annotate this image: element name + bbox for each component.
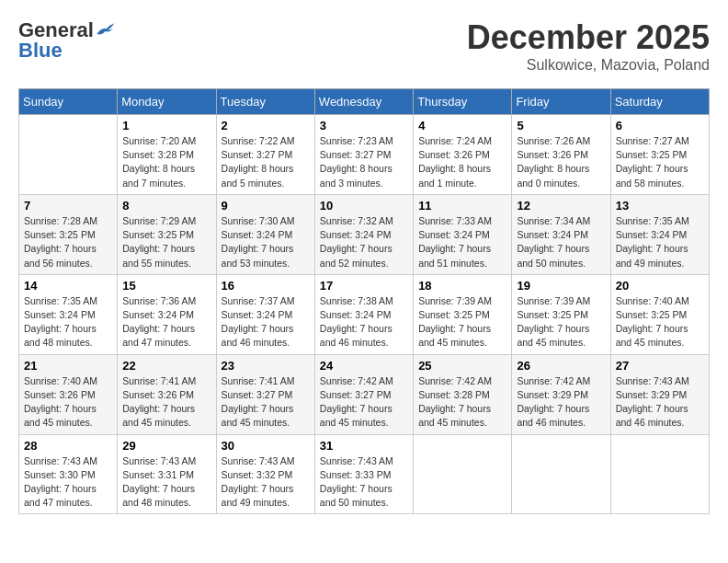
day-number: 24	[320, 359, 408, 373]
calendar-week-row: 14Sunrise: 7:35 AMSunset: 3:24 PMDayligh…	[19, 274, 710, 354]
day-number: 4	[418, 119, 506, 132]
day-number: 16	[222, 279, 310, 293]
page-header: General Blue December 2025 Sulkowice, Ma…	[18, 18, 710, 74]
calendar-cell: 28Sunrise: 7:43 AMSunset: 3:30 PMDayligh…	[19, 434, 118, 514]
calendar-cell: 17Sunrise: 7:38 AMSunset: 3:24 PMDayligh…	[314, 274, 413, 354]
day-number: 23	[222, 359, 310, 373]
calendar-week-row: 21Sunrise: 7:40 AMSunset: 3:26 PMDayligh…	[19, 354, 710, 434]
calendar-cell: 22Sunrise: 7:41 AMSunset: 3:26 PMDayligh…	[118, 354, 216, 434]
day-info: Sunrise: 7:43 AMSunset: 3:30 PMDaylight:…	[24, 454, 112, 511]
day-info: Sunrise: 7:20 AMSunset: 3:28 PMDaylight:…	[122, 134, 210, 190]
calendar-cell: 13Sunrise: 7:35 AMSunset: 3:24 PMDayligh…	[610, 194, 709, 274]
day-info: Sunrise: 7:30 AMSunset: 3:24 PMDaylight:…	[222, 214, 310, 270]
day-info: Sunrise: 7:26 AMSunset: 3:26 PMDaylight:…	[517, 134, 605, 190]
day-info: Sunrise: 7:38 AMSunset: 3:24 PMDaylight:…	[320, 294, 408, 350]
calendar-cell: 21Sunrise: 7:40 AMSunset: 3:26 PMDayligh…	[19, 354, 118, 434]
calendar-header-row: SundayMondayTuesdayWednesdayThursdayFrid…	[19, 89, 710, 115]
day-info: Sunrise: 7:40 AMSunset: 3:25 PMDaylight:…	[616, 294, 704, 350]
day-info: Sunrise: 7:39 AMSunset: 3:25 PMDaylight:…	[418, 294, 506, 350]
day-number: 29	[122, 439, 210, 453]
logo-bird-icon	[96, 21, 116, 40]
day-number: 27	[616, 359, 704, 373]
calendar-cell: 31Sunrise: 7:43 AMSunset: 3:33 PMDayligh…	[314, 434, 413, 514]
day-info: Sunrise: 7:42 AMSunset: 3:27 PMDaylight:…	[320, 374, 408, 431]
day-number: 11	[418, 199, 506, 213]
calendar-cell: 30Sunrise: 7:43 AMSunset: 3:32 PMDayligh…	[216, 434, 314, 514]
day-info: Sunrise: 7:24 AMSunset: 3:26 PMDaylight:…	[418, 134, 506, 190]
calendar-cell: 12Sunrise: 7:34 AMSunset: 3:24 PMDayligh…	[512, 194, 610, 274]
day-info: Sunrise: 7:33 AMSunset: 3:24 PMDaylight:…	[418, 214, 506, 270]
calendar-cell: 9Sunrise: 7:30 AMSunset: 3:24 PMDaylight…	[216, 194, 314, 274]
calendar-cell: 1Sunrise: 7:20 AMSunset: 3:28 PMDaylight…	[118, 115, 216, 195]
calendar-day-header: Thursday	[414, 89, 512, 115]
day-number: 26	[517, 359, 605, 373]
day-number: 22	[122, 359, 210, 373]
day-info: Sunrise: 7:43 AMSunset: 3:33 PMDaylight:…	[320, 454, 408, 511]
day-info: Sunrise: 7:28 AMSunset: 3:25 PMDaylight:…	[24, 214, 112, 270]
day-number: 14	[24, 279, 112, 293]
day-number: 21	[24, 359, 112, 373]
calendar-day-header: Tuesday	[216, 89, 314, 115]
calendar-cell: 18Sunrise: 7:39 AMSunset: 3:25 PMDayligh…	[414, 274, 512, 354]
day-number: 2	[222, 119, 310, 132]
day-number: 15	[122, 279, 210, 293]
calendar-cell	[19, 115, 118, 195]
day-info: Sunrise: 7:36 AMSunset: 3:24 PMDaylight:…	[122, 294, 210, 350]
calendar-cell: 2Sunrise: 7:22 AMSunset: 3:27 PMDaylight…	[216, 115, 314, 195]
day-number: 18	[418, 279, 506, 293]
day-number: 17	[320, 279, 408, 293]
day-info: Sunrise: 7:42 AMSunset: 3:28 PMDaylight:…	[418, 374, 506, 431]
calendar-cell: 11Sunrise: 7:33 AMSunset: 3:24 PMDayligh…	[414, 194, 512, 274]
calendar-day-header: Friday	[512, 89, 610, 115]
day-info: Sunrise: 7:29 AMSunset: 3:25 PMDaylight:…	[122, 214, 210, 270]
calendar-cell: 8Sunrise: 7:29 AMSunset: 3:25 PMDaylight…	[118, 194, 216, 274]
month-title: December 2025	[467, 18, 710, 57]
location-subtitle: Sulkowice, Mazovia, Poland	[467, 57, 710, 74]
day-info: Sunrise: 7:32 AMSunset: 3:24 PMDaylight:…	[320, 214, 408, 270]
calendar-day-header: Monday	[118, 89, 216, 115]
calendar-cell	[512, 434, 610, 514]
day-number: 5	[517, 119, 605, 132]
calendar-cell: 25Sunrise: 7:42 AMSunset: 3:28 PMDayligh…	[414, 354, 512, 434]
day-number: 13	[616, 199, 704, 213]
day-number: 25	[418, 359, 506, 373]
calendar-week-row: 1Sunrise: 7:20 AMSunset: 3:28 PMDaylight…	[19, 115, 710, 195]
day-info: Sunrise: 7:41 AMSunset: 3:27 PMDaylight:…	[222, 374, 310, 431]
day-number: 6	[616, 119, 704, 132]
day-info: Sunrise: 7:37 AMSunset: 3:24 PMDaylight:…	[222, 294, 310, 350]
calendar-cell: 27Sunrise: 7:43 AMSunset: 3:29 PMDayligh…	[610, 354, 709, 434]
day-number: 30	[222, 439, 310, 453]
day-number: 20	[616, 279, 704, 293]
day-info: Sunrise: 7:43 AMSunset: 3:29 PMDaylight:…	[616, 374, 704, 431]
day-number: 19	[517, 279, 605, 293]
day-info: Sunrise: 7:43 AMSunset: 3:31 PMDaylight:…	[122, 454, 210, 511]
day-number: 7	[24, 199, 112, 213]
calendar-cell: 14Sunrise: 7:35 AMSunset: 3:24 PMDayligh…	[19, 274, 118, 354]
calendar-day-header: Wednesday	[314, 89, 413, 115]
day-number: 31	[320, 439, 408, 453]
day-info: Sunrise: 7:23 AMSunset: 3:27 PMDaylight:…	[320, 134, 408, 190]
day-number: 1	[122, 119, 210, 132]
calendar-cell: 19Sunrise: 7:39 AMSunset: 3:25 PMDayligh…	[512, 274, 610, 354]
day-info: Sunrise: 7:22 AMSunset: 3:27 PMDaylight:…	[222, 134, 310, 190]
day-info: Sunrise: 7:39 AMSunset: 3:25 PMDaylight:…	[517, 294, 605, 350]
day-info: Sunrise: 7:40 AMSunset: 3:26 PMDaylight:…	[24, 374, 112, 431]
day-number: 8	[122, 199, 210, 213]
calendar-cell: 29Sunrise: 7:43 AMSunset: 3:31 PMDayligh…	[118, 434, 216, 514]
calendar-cell: 20Sunrise: 7:40 AMSunset: 3:25 PMDayligh…	[610, 274, 709, 354]
day-info: Sunrise: 7:41 AMSunset: 3:26 PMDaylight:…	[122, 374, 210, 431]
day-info: Sunrise: 7:34 AMSunset: 3:24 PMDaylight:…	[517, 214, 605, 270]
calendar-cell: 5Sunrise: 7:26 AMSunset: 3:26 PMDaylight…	[512, 115, 610, 195]
calendar-day-header: Sunday	[19, 89, 118, 115]
day-info: Sunrise: 7:43 AMSunset: 3:32 PMDaylight:…	[222, 454, 310, 511]
calendar-day-header: Saturday	[610, 89, 709, 115]
calendar-cell: 16Sunrise: 7:37 AMSunset: 3:24 PMDayligh…	[216, 274, 314, 354]
day-number: 10	[320, 199, 408, 213]
calendar-cell: 24Sunrise: 7:42 AMSunset: 3:27 PMDayligh…	[314, 354, 413, 434]
day-number: 28	[24, 439, 112, 453]
calendar-cell: 26Sunrise: 7:42 AMSunset: 3:29 PMDayligh…	[512, 354, 610, 434]
calendar-cell: 10Sunrise: 7:32 AMSunset: 3:24 PMDayligh…	[314, 194, 413, 274]
calendar-cell: 6Sunrise: 7:27 AMSunset: 3:25 PMDaylight…	[610, 115, 709, 195]
day-number: 3	[320, 119, 408, 132]
day-info: Sunrise: 7:35 AMSunset: 3:24 PMDaylight:…	[24, 294, 112, 350]
